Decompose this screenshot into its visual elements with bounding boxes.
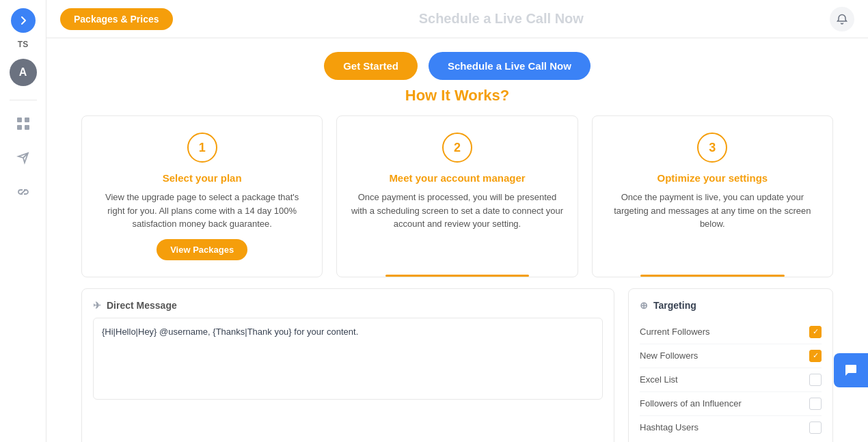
targeting-item-new-followers: New Followers [640,344,822,368]
dm-title: Direct Message [107,300,177,311]
svg-rect-0 [17,118,22,122]
topbar-right-icons [830,7,854,31]
targeting-checkbox-new-followers[interactable] [809,350,822,362]
view-packages-button[interactable]: View Packages [157,239,247,260]
sidebar-divider [10,100,37,100]
sidebar-item-send[interactable] [10,144,37,171]
targeting-item-hashtag-users: Hashtag Users [640,416,822,439]
targeting-checkbox-hashtag-users[interactable] [809,422,822,434]
how-it-works-cards: 1 Select your plan View the upgrade page… [81,115,833,277]
step-title-2: Meet your account manager [389,172,525,184]
sidebar-item-link[interactable] [10,178,37,206]
svg-rect-3 [25,125,29,130]
step-title-1: Select your plan [163,172,242,184]
targeting-label-new-followers: New Followers [640,350,698,361]
targeting-icon: ⊕ [640,300,648,311]
step-desc-2: Once payment is processed, you will be p… [351,191,563,231]
targeting-panel: ⊕ Targeting Current Followers New Follow… [628,288,833,443]
avatar[interactable]: A [10,59,37,86]
targeting-header: ⊕ Targeting [640,300,822,311]
svg-rect-2 [17,125,22,130]
svg-rect-1 [25,118,29,122]
step-card-2: 2 Meet your account manager Once payment… [336,115,578,277]
card-2-bottom-line [385,275,530,277]
targeting-label-hashtag-users: Hashtag Users [640,422,699,432]
cta-buttons-row: Get Started Schedule a Live Call Now [324,52,591,80]
how-it-works-title: How It Works? [405,87,509,105]
step-number-1: 1 [187,133,217,163]
sidebar: TS A [0,0,46,442]
get-started-button[interactable]: Get Started [324,52,418,80]
step-desc-3: Once the payment is live, you can update… [606,191,819,231]
targeting-item-excel-list: Excel List [640,368,822,392]
sidebar-ts-label: TS [18,40,28,49]
step-title-3: Optimize your settings [657,172,768,184]
step-card-3: 3 Optimize your settings Once the paymen… [592,115,833,277]
content-area: Get Started Schedule a Live Call Now How… [46,38,868,442]
chat-float-button[interactable] [834,353,868,387]
targeting-item-followers-influencer: Followers of an Influencer [640,392,822,416]
chat-float-inner [837,357,865,384]
direct-message-panel: ✈ Direct Message {Hi|Hello|Hey} @usernam… [81,288,614,443]
topbar-title: Schedule a Live Call Now [184,11,819,27]
packages-prices-button[interactable]: Packages & Prices [60,8,173,30]
targeting-label-excel-list: Excel List [640,374,678,385]
send-icon: ✈ [93,300,101,311]
schedule-call-button[interactable]: Schedule a Live Call Now [429,52,591,80]
step-number-3: 3 [697,133,727,163]
dm-header: ✈ Direct Message [93,300,603,311]
sidebar-item-grid[interactable] [10,110,37,137]
sidebar-toggle-button[interactable] [11,8,36,33]
lower-section: ✈ Direct Message {Hi|Hello|Hey} @usernam… [81,288,833,443]
card-3-bottom-line [640,275,785,277]
topbar: Packages & Prices Schedule a Live Call N… [46,0,868,38]
targeting-item-current-followers: Current Followers [640,320,822,344]
step-desc-1: View the upgrade page to select a packag… [96,191,308,231]
targeting-label-current-followers: Current Followers [640,327,710,337]
targeting-checkbox-excel-list[interactable] [809,374,822,386]
targeting-checkbox-current-followers[interactable] [809,326,822,338]
direct-message-textarea[interactable]: {Hi|Hello|Hey} @username, {Thanks|Thank … [93,318,603,400]
main-content: Packages & Prices Schedule a Live Call N… [46,0,868,442]
step-card-1: 1 Select your plan View the upgrade page… [81,115,323,277]
step-number-2: 2 [442,133,472,163]
targeting-checkbox-followers-influencer[interactable] [809,398,822,410]
targeting-label-followers-influencer: Followers of an Influencer [640,398,742,409]
targeting-title: Targeting [653,300,696,311]
notification-button[interactable] [830,7,854,31]
